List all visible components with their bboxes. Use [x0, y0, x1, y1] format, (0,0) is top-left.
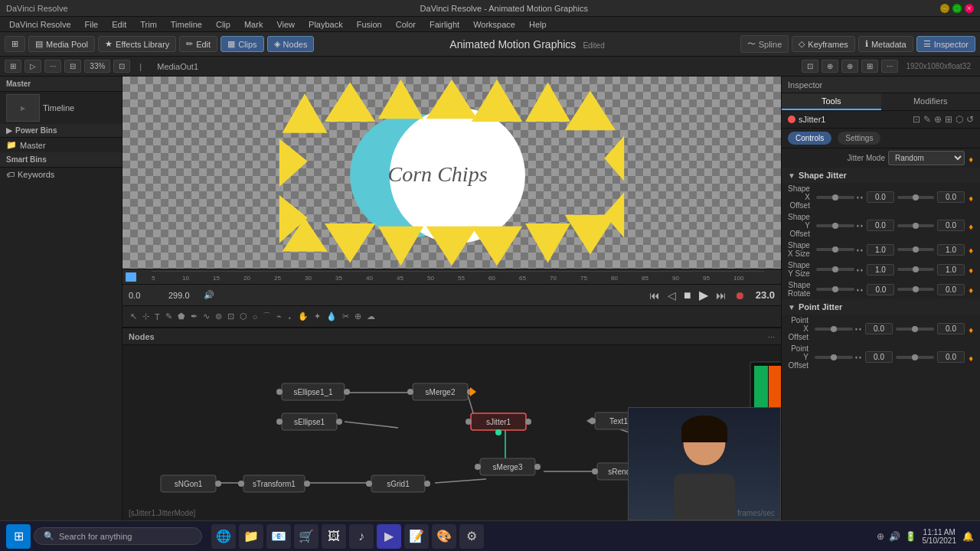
- timeline-item[interactable]: ▶ Timeline: [0, 92, 122, 124]
- shape-rotate-slider2[interactable]: [897, 288, 934, 291]
- circle-tool[interactable]: ○: [251, 311, 260, 323]
- toolbar-icon-set[interactable]: ⊞: [5, 36, 25, 52]
- tray-battery-icon[interactable]: 🔋: [905, 531, 916, 542]
- point-x-offset-val1[interactable]: [865, 323, 893, 334]
- taskbar-app-misc2[interactable]: 🎨: [432, 524, 456, 549]
- power-bins-header[interactable]: ▶ Power Bins: [0, 124, 122, 138]
- taskbar-app-browser[interactable]: 🌐: [211, 524, 236, 549]
- clips-button[interactable]: ▦ Clips: [220, 36, 263, 52]
- t2-grid-btn[interactable]: ⊟: [64, 60, 81, 73]
- point-y-offset-val1[interactable]: [865, 351, 893, 363]
- minimize-button[interactable]: –: [940, 4, 949, 13]
- close-button[interactable]: ✕: [965, 4, 974, 13]
- paint-tool[interactable]: ✎: [164, 310, 174, 323]
- keyframes-button[interactable]: ◇ Keyframes: [792, 36, 855, 52]
- connect-tool[interactable]: ⌁: [275, 310, 283, 323]
- tray-notification-icon[interactable]: 🔔: [962, 531, 974, 542]
- menu-fairlight[interactable]: Fairlight: [423, 18, 466, 31]
- menu-file[interactable]: File: [79, 18, 105, 31]
- start-button[interactable]: ⊞: [6, 524, 31, 549]
- menu-workspace[interactable]: Workspace: [467, 18, 521, 31]
- stop-button[interactable]: ■: [682, 287, 693, 304]
- t2-fit-btn[interactable]: ⊡: [113, 60, 130, 73]
- t2-btn-r4[interactable]: ⊞: [861, 60, 878, 73]
- shape-rotate-val2[interactable]: [937, 284, 965, 295]
- taskbar-app-mail[interactable]: 📧: [266, 524, 291, 549]
- point-y-offset-slider[interactable]: [815, 356, 853, 359]
- hand-tool[interactable]: ✋: [296, 310, 310, 323]
- metadata-button[interactable]: ℹ Metadata: [858, 36, 913, 52]
- shape-x-offset-val2[interactable]: [937, 191, 965, 203]
- shape-y-size-val1[interactable]: [867, 264, 894, 276]
- spline-button[interactable]: 〜 Spline: [740, 35, 789, 53]
- menu-davinci[interactable]: DaVinci Resolve: [3, 18, 77, 31]
- shape-x-offset-slider[interactable]: [816, 196, 854, 199]
- warp-tool[interactable]: ⊚: [214, 310, 224, 323]
- poly-tool[interactable]: ⬡: [238, 310, 249, 323]
- menu-trim[interactable]: Trim: [134, 18, 163, 31]
- pen-tool[interactable]: ✒: [189, 310, 199, 323]
- shape-y-size-val2[interactable]: [937, 264, 965, 276]
- step-back-button[interactable]: ◁: [666, 288, 678, 303]
- taskbar-app-photos[interactable]: 🖼: [322, 524, 346, 549]
- insp-icon-4[interactable]: ⊞: [945, 114, 952, 125]
- shape-x-offset-val1[interactable]: [867, 191, 894, 203]
- t2-btn-r1[interactable]: ⊡: [802, 60, 818, 73]
- jitter-mode-select[interactable]: Random Sequential: [888, 151, 965, 165]
- taskbar-app-davinci[interactable]: ▶: [377, 524, 401, 549]
- point-y-offset-val2[interactable]: [937, 351, 965, 363]
- media-pool-button[interactable]: ▤ Media Pool: [28, 36, 95, 52]
- menu-timeline[interactable]: Timeline: [165, 18, 208, 31]
- shape-x-offset-slider2[interactable]: [897, 196, 934, 199]
- shape-x-size-slider2[interactable]: [897, 248, 934, 251]
- play-button[interactable]: ▶: [697, 286, 710, 304]
- shape-jitter-section-header[interactable]: ▼ Shape Jitter: [782, 168, 980, 183]
- menu-color[interactable]: Color: [390, 18, 422, 31]
- curve-tool[interactable]: ∿: [201, 310, 211, 323]
- zoom-display[interactable]: 33%: [84, 60, 110, 73]
- record-button[interactable]: ⏺: [733, 288, 746, 303]
- taskbar-clock[interactable]: 11:11 AM 5/10/2021: [923, 528, 957, 545]
- menu-mark[interactable]: Mark: [238, 18, 269, 31]
- taskbar-app-spotify[interactable]: ♪: [349, 524, 374, 549]
- tray-network-icon[interactable]: ⊕: [877, 531, 884, 542]
- t2-dots-btn[interactable]: ···: [44, 60, 61, 73]
- shape-x-offset-dot[interactable]: ⬧: [968, 191, 974, 204]
- taskbar-app-store[interactable]: 🛒: [294, 524, 318, 549]
- shape-y-offset-val2[interactable]: [937, 220, 965, 231]
- menu-playback[interactable]: Playback: [302, 18, 349, 31]
- menu-help[interactable]: Help: [523, 18, 553, 31]
- menu-fusion[interactable]: Fusion: [351, 18, 388, 31]
- shape-x-size-slider[interactable]: [816, 248, 854, 251]
- shape-x-size-dot[interactable]: ⬧: [968, 243, 974, 256]
- shape-y-offset-val1[interactable]: [867, 220, 894, 231]
- shape-y-offset-slider2[interactable]: [897, 224, 934, 227]
- jitter-mode-dot[interactable]: ⬧: [968, 152, 974, 165]
- point-x-offset-slider[interactable]: [815, 328, 853, 331]
- scissors-tool[interactable]: ✂: [341, 310, 351, 323]
- menu-edit[interactable]: Edit: [106, 18, 132, 31]
- insp-icon-2[interactable]: ✎: [923, 114, 931, 125]
- shape-y-offset-slider[interactable]: [816, 224, 854, 227]
- t2-btn-r3[interactable]: ⊕: [841, 60, 858, 73]
- tab-tools[interactable]: Tools: [782, 93, 881, 110]
- menu-clip[interactable]: Clip: [210, 18, 237, 31]
- shape-y-offset-dot[interactable]: ⬧: [968, 220, 974, 232]
- point-x-offset-val2[interactable]: [937, 323, 965, 334]
- shape-x-size-val2[interactable]: [937, 244, 965, 256]
- shape-y-size-slider2[interactable]: [897, 268, 934, 271]
- node-tool[interactable]: ⬩: [286, 311, 294, 323]
- shape-y-size-slider[interactable]: [816, 268, 854, 271]
- t2-btn-r2[interactable]: ⊕: [822, 60, 838, 73]
- subtab-settings[interactable]: Settings: [838, 132, 880, 145]
- nodes-canvas[interactable]: sEllipse1_1 sMerge2 sEllipse1: [122, 345, 781, 520]
- taskbar-app-misc1[interactable]: 📝: [404, 524, 429, 549]
- text-tool[interactable]: T: [153, 311, 162, 323]
- t2-icon-btn[interactable]: ⊞: [5, 60, 21, 73]
- volume-icon[interactable]: 🔊: [204, 290, 214, 300]
- point-x-offset-slider2[interactable]: [896, 328, 934, 331]
- subtab-controls[interactable]: Controls: [788, 132, 831, 145]
- keywords-item[interactable]: 🏷 Keywords: [0, 168, 122, 181]
- master-bin-item[interactable]: 📁 Master: [0, 138, 122, 152]
- maximize-button[interactable]: □: [952, 4, 962, 13]
